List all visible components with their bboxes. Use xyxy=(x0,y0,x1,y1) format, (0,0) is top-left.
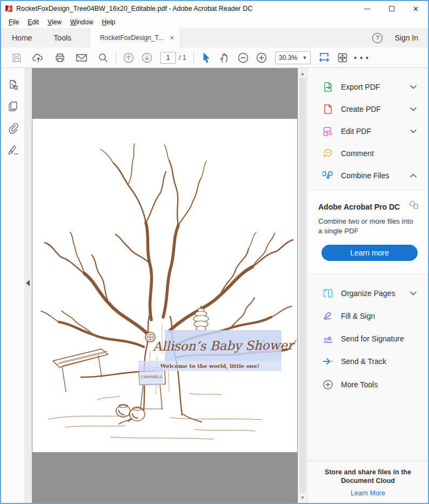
footer-message: Store and share files in the Document Cl… xyxy=(307,468,428,485)
chevron-down-icon: ▼ xyxy=(302,55,307,61)
left-panel-collapse-bar[interactable] xyxy=(24,68,32,503)
menu-file[interactable]: File xyxy=(4,17,23,28)
vertical-scrollbar[interactable]: ▲ ▼ xyxy=(298,68,306,503)
document-cloud-footer: Store and share files in the Document Cl… xyxy=(307,461,428,503)
scrolling-mode-button[interactable] xyxy=(315,50,333,66)
comment-tool[interactable]: Comment xyxy=(307,142,428,164)
send-for-signature-tool[interactable]: Send for Signature xyxy=(307,327,428,350)
main-toolbar: / 1 30.3% ▼ • • • xyxy=(1,48,428,68)
scrollbar-thumb[interactable] xyxy=(299,78,306,493)
hand-tool-button[interactable] xyxy=(216,50,234,66)
page-thumbnails-button[interactable] xyxy=(7,100,19,112)
title-form-field[interactable]: Allison’s Baby Shower xyxy=(165,330,281,361)
fill-sign-tool[interactable]: Fill & Sign xyxy=(307,305,428,327)
hand-icon xyxy=(219,52,230,63)
window-title: RocketFoxDesign_Tree04BW_16x20_Editable.… xyxy=(16,5,252,12)
maximize-button[interactable] xyxy=(379,1,404,16)
export-pdf-tool[interactable]: Export PDF xyxy=(307,76,428,98)
organize-pages-tool[interactable]: Organize Pages xyxy=(307,282,428,304)
chevron-down-icon xyxy=(410,291,417,295)
send-track-icon xyxy=(323,356,333,367)
search-button[interactable] xyxy=(94,50,112,66)
create-pdf-icon xyxy=(323,104,333,115)
more-tools-icon[interactable]: • • • xyxy=(354,53,368,62)
zoom-level-select[interactable]: 30.3% ▼ xyxy=(275,51,311,64)
cloud-upload-button[interactable] xyxy=(29,50,48,66)
collapse-left-icon[interactable] xyxy=(26,280,30,286)
cloud-upload-icon xyxy=(32,52,44,63)
menu-help[interactable]: Help xyxy=(98,17,120,28)
fit-width-icon xyxy=(318,52,330,63)
save-icon xyxy=(11,52,22,63)
page-total-label: / 1 xyxy=(179,54,186,62)
minimize-button[interactable] xyxy=(355,1,379,16)
acrobat-pro-promo: Adobe Acrobat Pro DC Combine two or more… xyxy=(307,190,428,274)
close-button[interactable]: ✕ xyxy=(404,1,428,16)
tab-bar: Home Tools RocketFoxDesign_T... ✕ ? Sign… xyxy=(1,28,428,48)
learn-more-button[interactable]: Learn more xyxy=(321,245,418,261)
sign-in-button[interactable]: Sign In xyxy=(394,33,418,42)
page-number-input[interactable] xyxy=(160,52,176,64)
baby-shower-title: Allison’s Baby Shower xyxy=(153,338,293,353)
send-signature-icon xyxy=(323,333,333,344)
send-track-tool[interactable]: Send & Track xyxy=(307,350,428,372)
chevron-down-icon xyxy=(410,85,417,89)
menu-edit[interactable]: Edit xyxy=(23,17,43,28)
select-tool-button[interactable] xyxy=(197,50,216,66)
comment-icon xyxy=(323,148,333,159)
page-export-button[interactable] xyxy=(7,79,19,91)
zoom-out-button[interactable] xyxy=(234,50,252,66)
main-area: Allison’s Baby Shower Welcome to the wor… xyxy=(1,68,428,503)
document-viewport[interactable]: Allison’s Baby Shower Welcome to the wor… xyxy=(32,68,298,503)
toolbar-separator xyxy=(193,52,194,64)
signatures-button[interactable] xyxy=(7,144,19,156)
maximize-icon xyxy=(389,6,394,11)
document-tab-close-icon[interactable]: ✕ xyxy=(170,35,175,42)
fill-sign-icon xyxy=(323,311,333,321)
menu-view[interactable]: View xyxy=(43,17,66,28)
print-button[interactable] xyxy=(51,50,69,66)
menu-bar: File Edit View Window Help xyxy=(1,16,428,28)
combine-files-tool[interactable]: Combine Files xyxy=(307,164,428,186)
tab-document[interactable]: RocketFoxDesign_T... ✕ xyxy=(90,28,180,48)
left-tool-strip xyxy=(1,68,24,503)
footer-learn-more-link[interactable]: Learn More xyxy=(351,489,385,497)
tab-tools[interactable]: Tools xyxy=(43,28,82,48)
zoom-in-button[interactable] xyxy=(252,50,271,66)
promo-title: Adobe Acrobat Pro DC xyxy=(318,203,400,211)
promo-body: Combine two or more files into a single … xyxy=(318,217,415,236)
fit-page-button[interactable] xyxy=(333,50,352,66)
pdf-page[interactable]: Allison’s Baby Shower Welcome to the wor… xyxy=(32,119,297,452)
more-tools-item[interactable]: More Tools xyxy=(307,373,428,395)
chevron-down-icon xyxy=(410,129,417,133)
page-up-icon xyxy=(123,52,135,64)
tab-bar-right: ? Sign In xyxy=(372,28,428,48)
scroll-up-icon[interactable]: ▲ xyxy=(298,69,307,78)
paperclip-icon xyxy=(7,122,19,134)
pages-icon xyxy=(7,100,19,112)
help-icon[interactable]: ? xyxy=(372,33,383,43)
edit-pdf-tool[interactable]: Edit PDF xyxy=(307,120,428,142)
page-export-icon xyxy=(7,79,19,91)
zoom-out-icon xyxy=(237,52,249,64)
minimize-icon xyxy=(364,9,370,9)
save-button[interactable] xyxy=(8,50,26,66)
tab-home[interactable]: Home xyxy=(1,28,43,48)
scroll-down-icon[interactable]: ▼ xyxy=(298,493,307,502)
create-pdf-tool[interactable]: Create PDF xyxy=(307,98,428,120)
tree-illustration xyxy=(32,119,297,452)
acrobat-window: RocketFoxDesign_Tree04BW_16x20_Editable.… xyxy=(0,0,429,504)
previous-page-button[interactable] xyxy=(119,50,138,66)
menu-window[interactable]: Window xyxy=(66,17,98,28)
organize-pages-icon xyxy=(323,288,333,299)
title-bar: RocketFoxDesign_Tree04BW_16x20_Editable.… xyxy=(1,1,428,16)
attachments-button[interactable] xyxy=(7,122,19,134)
zoom-in-icon xyxy=(256,52,267,64)
print-icon xyxy=(55,52,65,63)
chevron-up-icon xyxy=(410,173,417,178)
email-button[interactable] xyxy=(72,50,91,66)
welcome-subtitle: Welcome to the world, little one! xyxy=(160,363,260,369)
next-page-button[interactable] xyxy=(138,50,156,66)
email-icon xyxy=(76,53,88,63)
zoom-level-value: 30.3% xyxy=(279,54,297,62)
